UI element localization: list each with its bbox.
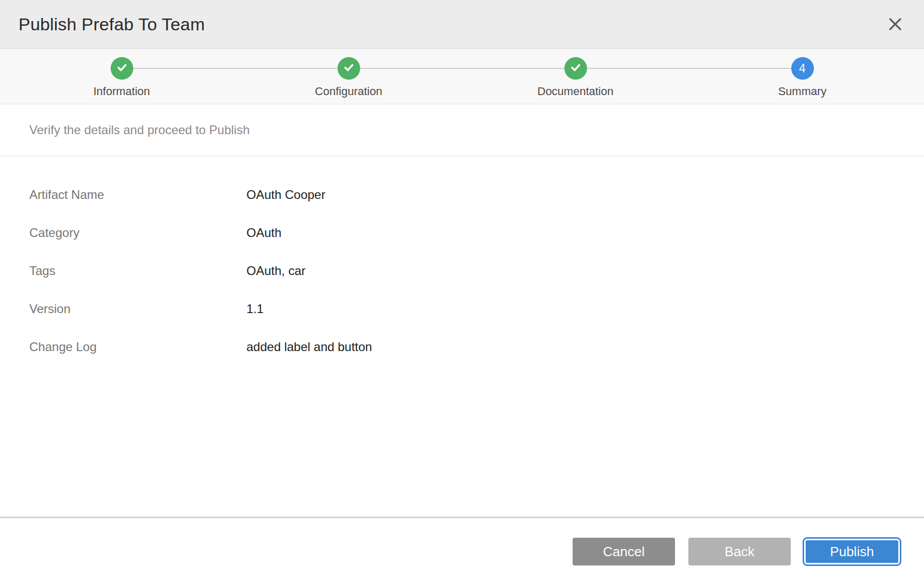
step-configuration[interactable]: Configuration (235, 49, 462, 104)
row-label: Artifact Name (29, 188, 246, 202)
dialog-footer: Cancel Back Publish (0, 518, 924, 585)
step-configuration-circle[interactable] (337, 57, 360, 80)
summary-row-version: Version 1.1 (29, 290, 895, 328)
close-icon (889, 17, 902, 31)
summary-row-tags: Tags OAuth, car (29, 252, 895, 290)
row-label: Category (29, 226, 246, 240)
publish-prefab-dialog: Publish Prefab To Team Information (0, 0, 924, 585)
step-summary-circle[interactable]: 4 (791, 57, 814, 80)
publish-button[interactable]: Publish (804, 539, 900, 564)
close-button[interactable] (884, 13, 907, 35)
row-value: OAuth, car (246, 264, 306, 278)
row-label: Tags (29, 264, 246, 278)
summary-row-category: Category OAuth (29, 214, 895, 252)
step-summary-label: Summary (778, 85, 826, 98)
dialog-header: Publish Prefab To Team (0, 0, 924, 49)
step-information-label: Information (93, 85, 150, 98)
step-description-bar: Verify the details and proceed to Publis… (0, 104, 924, 156)
step-documentation-label: Documentation (538, 85, 614, 98)
summary-row-artifact-name: Artifact Name OAuth Cooper (29, 176, 895, 214)
check-icon (343, 61, 355, 76)
wizard-stepper: Information Configuration Docume (0, 49, 924, 104)
row-value: OAuth (246, 226, 281, 240)
step-documentation[interactable]: Documentation (462, 49, 689, 104)
back-button[interactable]: Back (688, 538, 791, 565)
step-documentation-circle[interactable] (564, 57, 587, 80)
step-summary[interactable]: 4 Summary (689, 49, 916, 104)
step-summary-number: 4 (799, 62, 806, 76)
step-description-text: Verify the details and proceed to Publis… (29, 123, 250, 137)
step-configuration-label: Configuration (315, 85, 382, 98)
step-information[interactable]: Information (8, 49, 235, 104)
row-value: OAuth Cooper (246, 188, 325, 202)
check-icon (116, 61, 128, 76)
dialog-title: Publish Prefab To Team (19, 14, 205, 34)
row-value: added label and button (246, 340, 372, 354)
cancel-button[interactable]: Cancel (573, 538, 675, 565)
summary-row-change-log: Change Log added label and button (29, 328, 895, 366)
summary-content: Artifact Name OAuth Cooper Category OAut… (0, 156, 924, 517)
check-icon (570, 61, 582, 76)
row-label: Change Log (29, 340, 246, 354)
step-information-circle[interactable] (111, 57, 133, 80)
row-label: Version (29, 302, 246, 316)
row-value: 1.1 (246, 302, 263, 316)
